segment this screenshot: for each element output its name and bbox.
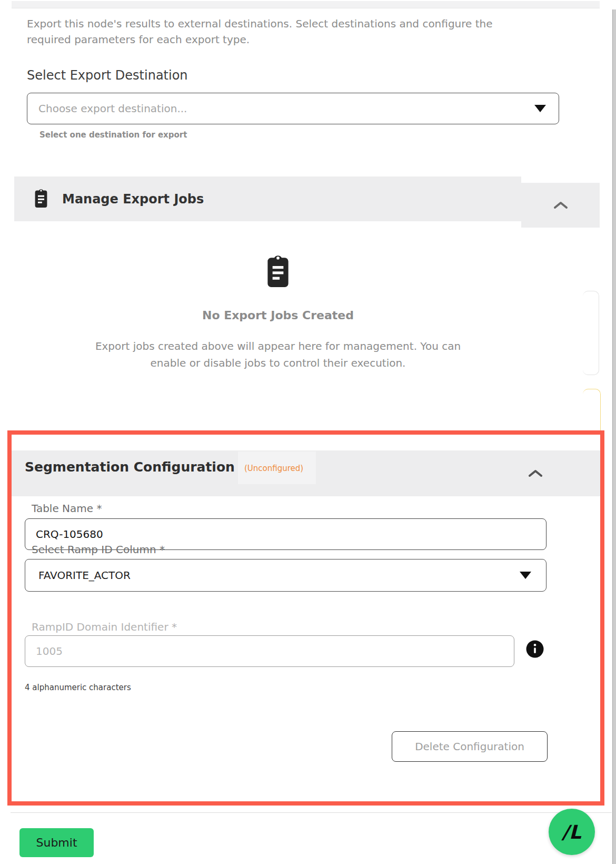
domain-identifier-helper: 4 alphanumeric characters (25, 683, 131, 692)
ramp-id-column-value: FAVORITE_ACTOR (38, 569, 520, 582)
export-destination-helper: Select one destination for export (39, 130, 187, 140)
chevron-up-icon[interactable] (528, 469, 543, 478)
empty-state-title: No Export Jobs Created (14, 309, 542, 322)
table-name-label: Table Name * (32, 502, 102, 515)
info-icon[interactable] (525, 640, 544, 659)
chevron-down-icon (520, 572, 531, 579)
empty-state-description: Export jobs created above will appear he… (78, 338, 478, 371)
chevron-up-icon (553, 201, 569, 210)
collapsed-section-remnant (12, 1, 600, 8)
clipboard-icon (32, 188, 51, 211)
export-destination-label: Select Export Destination (27, 68, 188, 83)
status-badge: (Unconfigured) (244, 464, 303, 473)
manage-export-jobs-title: Manage Export Jobs (62, 192, 204, 207)
partial-card-edge-warning (583, 389, 601, 431)
submit-button[interactable]: Submit (19, 828, 94, 857)
partial-card-edge (583, 291, 599, 375)
domain-identifier-label: RampID Domain Identifier * (32, 621, 177, 633)
ramp-id-column-label: Select Ramp ID Column * (32, 543, 165, 556)
footer-divider (11, 812, 612, 813)
manage-export-jobs-collapse[interactable] (521, 183, 600, 228)
domain-identifier-input[interactable] (25, 635, 514, 667)
export-jobs-empty-state: No Export Jobs Created Export jobs creat… (14, 253, 542, 371)
manage-export-jobs-header[interactable]: Manage Export Jobs (14, 176, 521, 221)
segmentation-config-title: Segmentation Configuration (25, 459, 235, 475)
fab-label: /L (562, 821, 582, 843)
chevron-down-icon (534, 105, 546, 112)
export-description: Export this node's results to external d… (27, 16, 527, 47)
delete-configuration-button[interactable]: Delete Configuration (392, 731, 548, 762)
ramp-id-column-select[interactable]: FAVORITE_ACTOR (25, 559, 547, 592)
export-destination-placeholder: Choose export destination... (38, 102, 534, 115)
quick-action-fab[interactable]: /L (549, 809, 595, 855)
scrollbar[interactable] (612, 9, 616, 864)
export-destination-select[interactable]: Choose export destination... (27, 93, 559, 124)
clipboard-icon (262, 253, 294, 291)
